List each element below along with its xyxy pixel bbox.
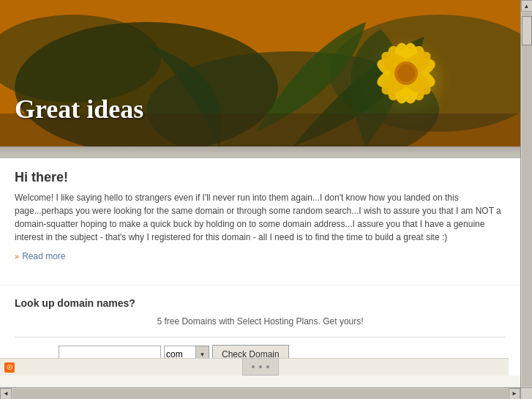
scroll-track-vertical <box>522 12 532 387</box>
scroll-up-button[interactable]: ▲ <box>521 0 533 12</box>
scroll-right-button[interactable]: ► <box>509 388 520 400</box>
scrollbar-corner <box>520 387 532 399</box>
scroll-track-horizontal <box>12 389 508 399</box>
svg-point-16 <box>259 365 262 368</box>
read-more-label: Read more <box>22 251 65 261</box>
read-more-link[interactable]: » Read more <box>15 251 506 261</box>
horizontal-scrollbar: ◄ ► <box>0 387 520 399</box>
rss-symbol: ☉ <box>6 364 13 371</box>
resize-handle[interactable] <box>242 358 279 376</box>
header-image: Great ideas <box>0 0 520 146</box>
post-content: Hi there! Welcome! I like saying hello t… <box>0 158 520 285</box>
header-separator <box>0 146 520 158</box>
domain-widget-subtitle: 5 free Domains with Select Hosting Plans… <box>15 316 506 327</box>
scroll-thumb-vertical[interactable] <box>522 16 532 45</box>
main-viewport: Great ideas Hi there! Welcome! I like sa… <box>0 0 520 387</box>
rss-icon[interactable]: ☉ <box>4 362 15 373</box>
svg-point-15 <box>252 365 255 368</box>
site-title: Great ideas <box>15 94 143 124</box>
vertical-scrollbar: ▲ ▼ <box>520 0 532 399</box>
read-more-arrow-icon: » <box>15 252 19 261</box>
domain-widget-title: Look up domain names? <box>15 297 506 309</box>
header-background <box>0 0 520 146</box>
scroll-left-button[interactable]: ◄ <box>0 388 12 400</box>
post-title: Hi there! <box>15 170 506 185</box>
svg-point-17 <box>266 365 269 368</box>
post-body: Welcome! I like saying hello to stranger… <box>15 191 506 244</box>
